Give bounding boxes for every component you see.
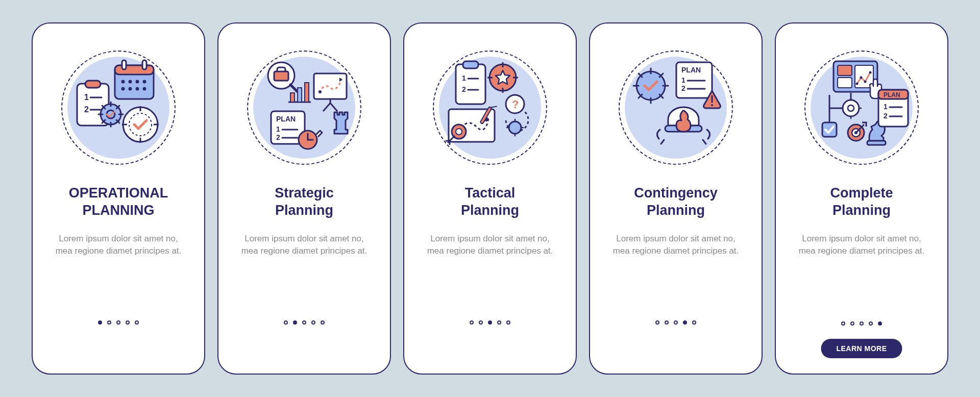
card-description: Lorem ipsum dolor sit amet no, mea regio… [795,233,928,258]
svg-point-104 [860,77,863,79]
contingency-planning-icon: PLAN 1 2 [627,58,724,157]
phone-frame-complete: PLAN 1 2 Complete Planning Lorem ipsum d… [775,22,948,375]
dot-5[interactable] [692,320,696,325]
phone-frame-contingency: PLAN 1 2 [589,22,763,375]
svg-line-98 [703,140,706,144]
card-title: OPERATIONAL PLANNING [69,185,168,219]
card-title: Complete Planning [830,185,893,219]
card-title: Strategic Planning [275,185,334,219]
strategic-planning-icon: PLAN 1 2 [256,58,353,157]
svg-text:2: 2 [681,84,685,92]
dot-1[interactable] [98,320,102,325]
dot-2[interactable] [479,320,483,325]
svg-text:1: 1 [681,76,685,84]
learn-more-button[interactable]: LEARN MORE [821,339,902,358]
svg-text:1: 1 [276,125,280,133]
dot-5[interactable] [506,320,510,325]
tactical-planning-icon: 1 2 [442,58,538,157]
svg-point-105 [864,81,867,83]
phone-frame-strategic: PLAN 1 2 Strategic Planning [217,22,391,375]
svg-text:2: 2 [84,105,89,114]
svg-point-10 [136,88,138,90]
complete-planning-icon: PLAN 1 2 [813,58,910,157]
pagination-dots [284,320,325,325]
svg-rect-55 [456,64,485,104]
svg-line-44 [330,103,337,111]
svg-rect-100 [838,65,852,76]
svg-point-111 [843,100,859,116]
dot-5[interactable] [321,320,325,325]
svg-point-8 [122,88,124,90]
phone-frame-operational: 1 2 [32,22,205,375]
svg-point-28 [123,107,158,142]
svg-rect-1 [115,65,154,75]
illustration-container: PLAN 1 2 [246,49,363,166]
operational-planning-icon: 1 2 [70,58,167,157]
pagination-dots [655,320,696,325]
dot-1[interactable] [655,320,659,325]
svg-text:PLAN: PLAN [681,66,701,74]
svg-text:1: 1 [462,74,466,82]
dot-4[interactable] [497,320,501,325]
svg-text:PLAN: PLAN [276,115,296,123]
svg-point-106 [869,71,872,74]
svg-text:1: 1 [884,103,888,111]
dot-3[interactable] [116,320,120,325]
svg-rect-122 [867,141,886,145]
svg-line-43 [323,103,330,111]
svg-text:1: 1 [84,93,89,102]
pagination-dots [470,320,510,325]
svg-point-7 [143,81,145,83]
svg-line-97 [661,140,664,144]
dot-4[interactable] [311,320,315,325]
pagination-dots [841,321,882,326]
dot-4[interactable] [683,320,687,325]
svg-point-68 [509,121,521,134]
dot-3[interactable] [860,321,864,326]
svg-point-11 [143,88,145,90]
card-description: Lorem ipsum dolor sit amet no, mea regio… [424,233,556,258]
dot-2[interactable] [850,321,854,326]
pagination-dots [98,320,139,325]
svg-rect-13 [85,81,101,88]
card-title: Contingency Planning [634,185,718,219]
svg-text:2: 2 [276,133,280,141]
dot-1[interactable] [841,321,845,326]
svg-point-9 [129,88,131,90]
svg-rect-39 [298,88,302,102]
dot-2[interactable] [665,320,669,325]
svg-point-103 [856,83,859,85]
dot-3[interactable] [488,320,492,325]
dot-1[interactable] [470,320,474,325]
svg-text:2: 2 [884,112,888,120]
dot-1[interactable] [284,320,288,325]
illustration-container: PLAN 1 2 [803,49,920,166]
dot-2[interactable] [107,320,111,325]
svg-rect-56 [463,61,478,68]
card-description: Lorem ipsum dolor sit amet no, mea regio… [609,233,742,258]
card-title: Tactical Planning [461,185,519,219]
phone-frame-tactical: 1 2 [403,22,577,375]
svg-point-4 [122,81,124,83]
onboarding-screens-row: 1 2 [32,22,948,375]
svg-point-5 [129,81,131,83]
svg-text:2: 2 [462,85,466,93]
svg-rect-41 [314,73,347,99]
svg-point-6 [136,81,138,83]
svg-rect-40 [305,83,309,102]
illustration-container: 1 2 [60,49,177,166]
dot-5[interactable] [878,321,882,326]
dot-5[interactable] [135,320,139,325]
svg-rect-36 [274,71,288,81]
dot-2[interactable] [293,320,297,325]
illustration-container: PLAN 1 2 [617,49,734,166]
illustration-container: 1 2 [431,49,549,166]
dot-3[interactable] [674,320,678,325]
dot-3[interactable] [302,320,306,325]
svg-rect-38 [290,93,295,102]
dot-4[interactable] [126,320,130,325]
dot-4[interactable] [869,321,873,326]
svg-rect-2 [122,60,126,69]
svg-rect-101 [838,78,852,88]
svg-text:?: ? [512,98,519,111]
